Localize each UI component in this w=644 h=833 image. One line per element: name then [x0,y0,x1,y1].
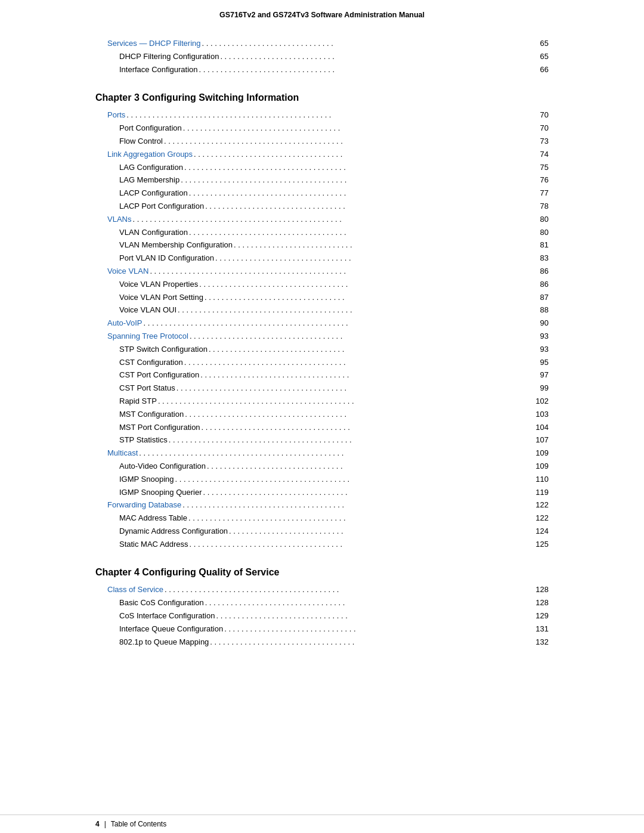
entry-label: VLAN Configuration [119,227,188,239]
dot-leader: . . . . . . . . . . . . . . . . . . . . … [165,584,531,596]
dot-leader: . . . . . . . . . . . . . . . . . . . . … [203,487,531,499]
page-number: 77 [532,187,549,200]
toc-entry-vlan-membership: VLAN Membership Configuration . . . . . … [119,239,549,252]
toc-link[interactable]: Ports [107,110,125,119]
dot-leader: . . . . . . . . . . . . . . . . . . . . … [139,447,531,460]
dot-leader: . . . . . . . . . . . . . . . . . . . . … [132,213,531,226]
page-number: 86 [532,278,549,291]
toc-link-stp[interactable]: Spanning Tree Protocol [107,332,188,340]
toc-entry-lag-membership: LAG Membership . . . . . . . . . . . . .… [119,174,549,187]
page-number: 129 [532,610,549,623]
dot-leader: . . . . . . . . . . . . . . . . . . . . … [144,317,531,330]
dot-leader: . . . . . . . . . . . . . . . . . . . . … [169,434,531,447]
page-number: 74 [532,148,549,161]
dot-leader: . . . . . . . . . . . . . . . . . . . . … [190,330,531,343]
page-number: 128 [532,584,549,596]
chapter3-entries: Ports . . . . . . . . . . . . . . . . . … [95,109,549,550]
page-number: 104 [532,422,549,434]
entry-label: MST Configuration [119,408,184,421]
toc-entry-stp-switch-config: STP Switch Configuration . . . . . . . .… [119,343,549,356]
dot-leader: . . . . . . . . . . . . . . . . . . . . … [177,382,531,395]
page-number: 70 [532,109,549,122]
dot-leader: . . . . . . . . . . . . . . . . . . . . … [202,38,531,50]
toc-entry-voice-vlan: Voice VLAN . . . . . . . . . . . . . . .… [107,265,549,278]
entry-label: Voice VLAN OUI [119,304,177,317]
header-title: GS716Tv2 and GS724Tv3 Software Administr… [219,11,425,19]
page-number: 90 [532,317,549,330]
entry-label: CST Port Status [119,382,175,395]
toc-link-fwding-db[interactable]: Forwarding Database [107,500,181,509]
dot-leader: . . . . . . . . . . . . . . . . . . . . … [220,51,531,63]
dot-leader: . . . . . . . . . . . . . . . . . . . . … [205,200,531,213]
page-number: 75 [532,162,549,174]
toc-link[interactable]: Services — DHCP Filtering [107,39,201,48]
dot-leader: . . . . . . . . . . . . . . . . . . . . … [199,278,531,291]
toc-link-lag[interactable]: Link Aggregation Groups [107,150,193,159]
page-number: 83 [532,252,549,265]
dot-leader: . . . . . . . . . . . . . . . . . . . . … [178,304,531,317]
toc-entry-ports: Ports . . . . . . . . . . . . . . . . . … [107,109,549,122]
page-number: 110 [532,473,549,486]
page-number: 66 [532,64,549,76]
page-number: 88 [532,304,549,317]
toc-entry-rapid-stp: Rapid STP . . . . . . . . . . . . . . . … [119,395,549,408]
toc-entry-basic-cos: Basic CoS Configuration . . . . . . . . … [119,597,549,609]
toc-link-multicast[interactable]: Multicast [107,448,138,457]
toc-entry-lacp-port-config: LACP Port Configuration . . . . . . . . … [119,200,549,213]
toc-entry-forwarding-db: Forwarding Database . . . . . . . . . . … [107,499,549,512]
dot-leader: . . . . . . . . . . . . . . . . . . . . … [175,473,531,486]
entry-label: Flow Control [119,135,163,148]
page-number: 76 [532,174,549,187]
page-number: 93 [532,330,549,343]
dot-leader: . . . . . . . . . . . . . . . . . . . . … [224,623,531,636]
entry-label: Dynamic Address Configuration [119,525,228,538]
entry-label: Interface Queue Configuration [119,623,223,636]
chapter4-heading: Chapter 4 Configuring Quality of Service [95,567,549,578]
toc-entry-port-configuration: Port Configuration . . . . . . . . . . .… [119,122,549,135]
toc-link-vlans[interactable]: VLANs [107,215,131,224]
page-number: 99 [532,382,549,395]
toc-entry-multicast: Multicast . . . . . . . . . . . . . . . … [107,447,549,460]
toc-link-cos[interactable]: Class of Service [107,585,163,594]
dot-leader: . . . . . . . . . . . . . . . . . . . . … [185,408,531,421]
toc-link-voice-vlan[interactable]: Voice VLAN [107,267,148,275]
entry-label: CoS Interface Configuration [119,610,215,623]
dot-leader: . . . . . . . . . . . . . . . . . . . . … [189,187,531,200]
dot-leader: . . . . . . . . . . . . . . . . . . . . … [200,369,531,382]
dot-leader: . . . . . . . . . . . . . . . . . . . . … [194,148,531,161]
dot-leader: . . . . . . . . . . . . . . . . . . . . … [181,174,531,187]
toc-entry-static-mac: Static MAC Address . . . . . . . . . . .… [119,538,549,551]
toc-entry-dhcp-filtering: DHCP Filtering Configuration . . . . . .… [119,51,549,63]
entry-label: LAG Configuration [119,162,183,174]
toc-entry-cst-port-config: CST Port Configuration . . . . . . . . .… [119,369,549,382]
toc-entry-igmp-snooping-querier: IGMP Snooping Querier . . . . . . . . . … [119,487,549,499]
dot-leader: . . . . . . . . . . . . . . . . . . . . … [184,357,531,369]
dot-leader: . . . . . . . . . . . . . . . . . . . . … [216,610,531,623]
page-number: 65 [532,51,549,63]
toc-link-auto-voip[interactable]: Auto-VoIP [107,318,143,327]
pre-entries: Services — DHCP Filtering . . . . . . . … [95,38,549,76]
entry-label: Basic CoS Configuration [119,597,204,609]
page-header: GS716Tv2 and GS724Tv3 Software Administr… [0,0,644,25]
entry-label: Port Configuration [119,122,182,135]
toc-entry-voice-vlan-oui: Voice VLAN OUI . . . . . . . . . . . . .… [119,304,549,317]
toc-entry-cst-config: CST Configuration . . . . . . . . . . . … [119,357,549,369]
entry-label[interactable]: Services — DHCP Filtering [107,38,201,50]
dot-leader: . . . . . . . . . . . . . . . . . . . . … [158,395,531,408]
page-number: 87 [532,292,549,304]
toc-entry-interface-queue: Interface Queue Configuration . . . . . … [119,623,549,636]
page-number: 107 [532,434,549,447]
dot-leader: . . . . . . . . . . . . . . . . . . . . … [210,636,531,649]
dot-leader: . . . . . . . . . . . . . . . . . . . . … [229,525,531,538]
toc-entry-lacp-config: LACP Configuration . . . . . . . . . . .… [119,187,549,200]
entry-label: STP Switch Configuration [119,343,208,356]
page-content: Services — DHCP Filtering . . . . . . . … [0,25,644,685]
entry-label: Static MAC Address [119,538,188,551]
dot-leader: . . . . . . . . . . . . . . . . . . . . … [209,343,531,356]
dot-leader: . . . . . . . . . . . . . . . . . . . . … [189,227,531,239]
entry-label: IGMP Snooping [119,473,174,486]
entry-label: DHCP Filtering Configuration [119,51,219,63]
toc-entry-auto-voip: Auto-VoIP . . . . . . . . . . . . . . . … [107,317,549,330]
page-number: 124 [532,525,549,538]
dot-leader: . . . . . . . . . . . . . . . . . . . . … [164,135,531,148]
